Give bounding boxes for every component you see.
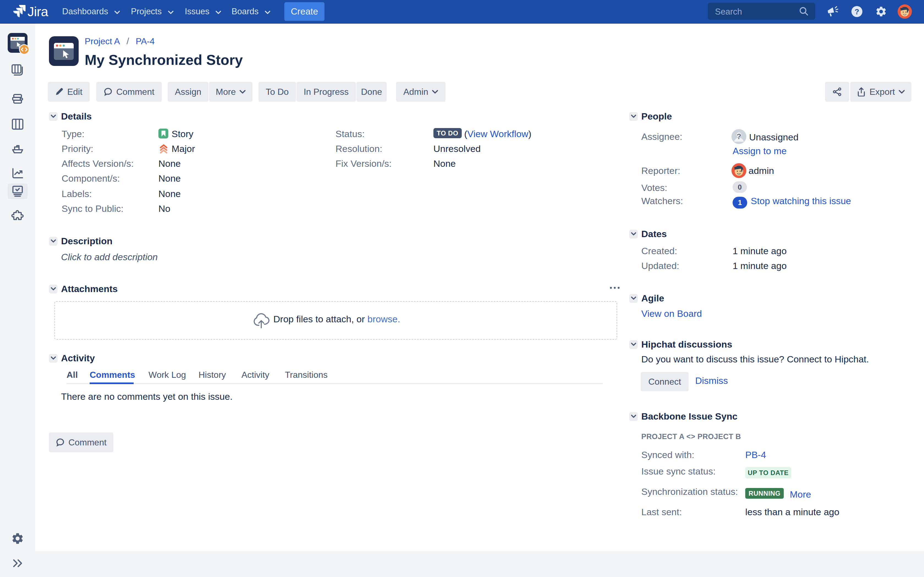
svg-text:?: ? — [737, 132, 741, 141]
svg-text:?: ? — [855, 8, 859, 16]
